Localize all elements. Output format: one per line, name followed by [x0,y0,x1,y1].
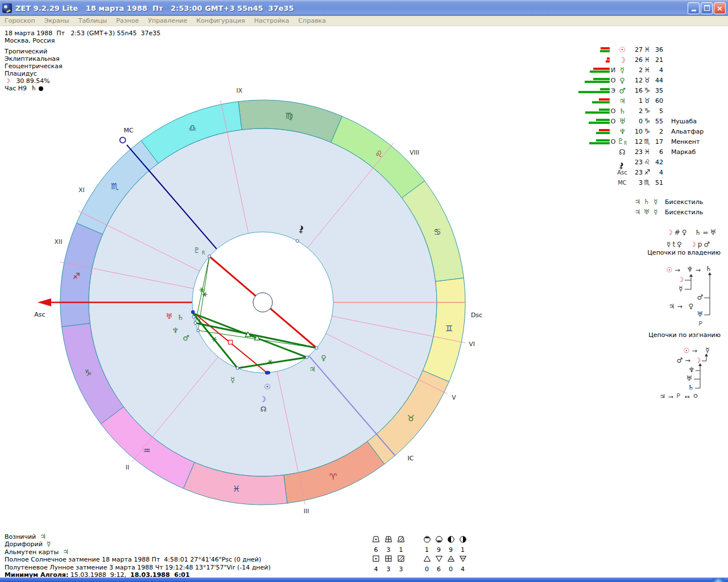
pluto-point [208,255,211,258]
menu-item-5[interactable]: Управление [143,17,192,24]
sun-point [267,371,270,374]
aspect-line [198,256,209,330]
aspect-configurations: ♃♄☿Бисекстиль♃♅☿Бисекстиль [633,197,703,217]
dignity-letter: О [610,77,617,84]
minute-value: 60 [652,97,663,105]
stat-value: 6 [374,546,378,554]
sextile-aspect-icon [268,360,273,364]
planet-glyph: ♇R [617,137,628,146]
house-numeral: III [304,508,309,515]
stat-shape-sq-hatch [397,554,405,565]
chain-node: ☿ [705,346,709,354]
fixed-star-name: Менкент [671,138,700,146]
sign-glyph: ♋ [433,227,441,237]
uranus-glyph: ♅ [166,312,172,321]
menubar: ГороскопЭкраныТаблицыРазноеУправлениеКон… [0,16,728,26]
dignity-line: Возничий ♃ [5,533,271,541]
planet-row: ♆10♑2Альатфар [578,126,704,136]
sign-glyph: ♓ [643,66,652,74]
dsc-label: Dsc [471,311,482,319]
menu-item-8[interactable]: Справка [294,17,330,24]
ic-label: IC [408,455,414,462]
neptune-point [194,322,197,325]
stat-value: 1 [399,546,403,554]
menu-item-6[interactable]: Конфигурация [192,17,250,24]
lunar-eclipse-line: Полутеневое Лунное затмение 3 марта 1988… [5,564,271,571]
decl-token: ♄ [695,228,701,236]
uranus-point [191,310,195,314]
zodiac-ring: ♈♉♊♋♌♍♎♏♐♑♒♓ [60,100,465,505]
cusp-line [60,262,193,289]
chains-by-rulership: Цепочки по владению☉→♆→♄☽☿♂♃→♀♅♇ [641,249,721,325]
minimize-button[interactable] [688,2,700,14]
dignity-letter: О [610,107,617,115]
taskbar[interactable] [0,577,728,582]
minute-value: 5 [652,107,663,115]
mars-point [197,329,200,332]
planet-row: ☽26♓21 [578,55,704,65]
chain-node: ♂ [697,293,704,301]
house-disc [89,128,437,476]
house-numeral: VI [469,340,475,348]
menu-item-2[interactable]: Экраны [40,17,74,24]
sign-glyph: ♉ [407,413,415,423]
tray-globe-icon[interactable] [712,578,725,582]
dignity-line: Дорифорий ☿ [5,541,271,548]
sign-segment [76,140,158,234]
chain-node: ☿ [679,285,682,293]
close-button[interactable]: × [714,2,726,14]
house-numeral: IX [236,87,242,94]
asc-arrow [38,298,51,306]
planet-glyph: ☉ [617,45,628,54]
stat-shape-circ-bottom [435,535,443,546]
menu-item-1[interactable]: Гороскоп [0,17,40,24]
fixed-star-name: Маркаб [671,148,696,156]
sign-glyph: ♑ [643,107,652,115]
decl-token: ☽ [667,228,673,236]
planet-points [191,239,318,375]
decl-token: t [672,240,675,248]
stat-value: 0 [449,566,453,573]
restore-button[interactable] [701,2,713,14]
aspect-line [195,256,209,323]
chain-node: → [668,393,673,398]
planet-glyph: MC [617,180,628,186]
planet-glyph: ♃ [633,208,642,216]
config-label: Бисекстиль [665,209,703,216]
config-row: ♃♄☿Бисекстиль [633,197,703,207]
square-aspect-icon [229,340,233,344]
pluto-glyph: ♇ [193,246,200,255]
planet-glyph: ☽ [617,56,628,64]
chain-node: ♃ [660,393,666,398]
moon-glyph: ☽ [259,395,266,404]
stat-shape-trap-hatch [397,535,405,546]
fixed-star-name: Альатфар [671,128,704,135]
titlebar[interactable]: ZET 9.2.29 Lite 18 марта 1988 Пт 2:53:00… [0,0,728,16]
declination-row: ☽#♀♄=♅ [667,226,718,238]
house-numeral: XI [78,186,85,194]
strength-bars [578,98,610,103]
planet-row: О♀12♉44 [578,75,704,85]
cusp-line [277,371,305,504]
planet-glyph: ♄ [617,107,628,115]
sign-glyph: ♓ [233,484,240,494]
degree-value: 0 [628,118,643,125]
dignity-letter: И [610,66,617,74]
planet-row: О♄2♑5 [578,106,704,116]
sign-segment [141,102,242,164]
chart-info: 18 марта 1988 Пт 2:53 (GMT+3) 55n45 37e3… [5,30,160,92]
menu-item-4[interactable]: Разное [111,17,143,24]
house-numeral: II [126,464,130,471]
dignity-letter: Э [610,87,617,94]
chain-node: ☽ [695,356,701,364]
chain-node: ♀ [689,302,694,310]
mc-marker [120,138,126,143]
strength-bars [578,109,610,114]
window-title: ZET 9.2.29 Lite 18 марта 1988 Пт 2:53:00… [15,4,294,13]
aspect-line [193,312,267,373]
minute-value: 17 [652,138,663,146]
menu-item-7[interactable]: Настройка [250,17,294,24]
sign-glyph: ♑ [643,86,652,94]
planet-glyph: ♂ [617,86,628,95]
menu-item-3[interactable]: Таблицы [74,17,112,24]
